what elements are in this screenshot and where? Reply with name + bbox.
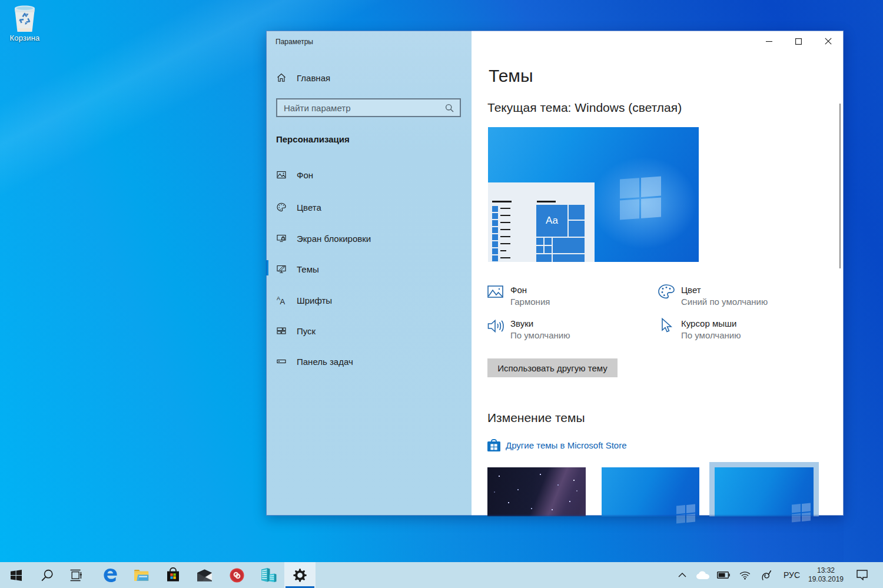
- svg-text:A: A: [280, 297, 286, 305]
